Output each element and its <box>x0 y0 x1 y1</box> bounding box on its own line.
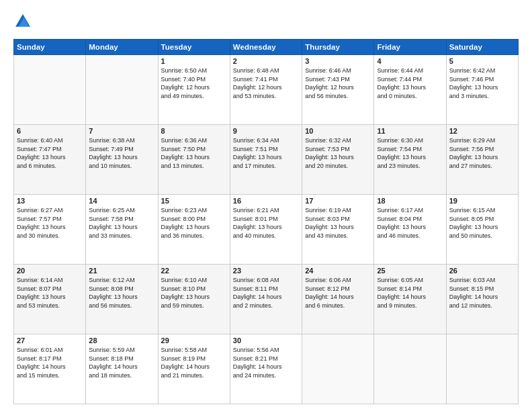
day-number: 20 <box>17 267 83 275</box>
day-info: Sunrise: 6:50 AM Sunset: 7:40 PM Dayligh… <box>161 66 227 100</box>
calendar-cell <box>86 55 158 125</box>
calendar-row-3: 20Sunrise: 6:14 AM Sunset: 8:07 PM Dayli… <box>14 265 519 334</box>
day-info: Sunrise: 6:08 AM Sunset: 8:11 PM Dayligh… <box>233 276 299 310</box>
day-info: Sunrise: 6:36 AM Sunset: 7:50 PM Dayligh… <box>161 136 227 170</box>
day-info: Sunrise: 6:12 AM Sunset: 8:08 PM Dayligh… <box>89 276 154 310</box>
calendar-cell: 29Sunrise: 5:58 AM Sunset: 8:19 PM Dayli… <box>158 334 230 404</box>
calendar: SundayMondayTuesdayWednesdayThursdayFrid… <box>13 39 519 404</box>
day-info: Sunrise: 6:42 AM Sunset: 7:46 PM Dayligh… <box>449 66 515 100</box>
logo-icon <box>13 12 32 31</box>
day-number: 6 <box>17 127 83 135</box>
day-info: Sunrise: 6:40 AM Sunset: 7:47 PM Dayligh… <box>17 136 83 170</box>
calendar-cell <box>14 55 86 125</box>
calendar-cell: 12Sunrise: 6:29 AM Sunset: 7:56 PM Dayli… <box>446 125 518 195</box>
page: SundayMondayTuesdayWednesdayThursdayFrid… <box>0 0 532 411</box>
calendar-cell: 1Sunrise: 6:50 AM Sunset: 7:40 PM Daylig… <box>158 55 230 125</box>
day-info: Sunrise: 6:23 AM Sunset: 8:00 PM Dayligh… <box>161 206 227 240</box>
calendar-cell: 24Sunrise: 6:06 AM Sunset: 8:12 PM Dayli… <box>302 265 374 334</box>
calendar-cell: 13Sunrise: 6:27 AM Sunset: 7:57 PM Dayli… <box>14 195 86 265</box>
calendar-cell: 22Sunrise: 6:10 AM Sunset: 8:10 PM Dayli… <box>158 265 230 334</box>
day-number: 22 <box>161 267 227 275</box>
weekday-header-tuesday: Tuesday <box>158 40 230 55</box>
calendar-cell: 21Sunrise: 6:12 AM Sunset: 8:08 PM Dayli… <box>86 265 158 334</box>
day-number: 15 <box>161 197 227 205</box>
day-number: 18 <box>377 197 443 205</box>
day-info: Sunrise: 6:27 AM Sunset: 7:57 PM Dayligh… <box>17 206 83 240</box>
calendar-cell: 16Sunrise: 6:21 AM Sunset: 8:01 PM Dayli… <box>230 195 302 265</box>
day-info: Sunrise: 6:34 AM Sunset: 7:51 PM Dayligh… <box>233 136 299 170</box>
day-number: 16 <box>233 197 299 205</box>
calendar-cell: 7Sunrise: 6:38 AM Sunset: 7:49 PM Daylig… <box>86 125 158 195</box>
logo <box>13 12 35 31</box>
day-info: Sunrise: 6:19 AM Sunset: 8:03 PM Dayligh… <box>305 206 371 240</box>
calendar-cell: 14Sunrise: 6:25 AM Sunset: 7:58 PM Dayli… <box>86 195 158 265</box>
day-info: Sunrise: 5:56 AM Sunset: 8:21 PM Dayligh… <box>233 346 299 379</box>
calendar-cell: 28Sunrise: 5:59 AM Sunset: 8:18 PM Dayli… <box>86 334 158 404</box>
day-info: Sunrise: 6:32 AM Sunset: 7:53 PM Dayligh… <box>305 136 371 170</box>
weekday-header-monday: Monday <box>86 40 158 55</box>
calendar-cell: 30Sunrise: 5:56 AM Sunset: 8:21 PM Dayli… <box>230 334 302 404</box>
calendar-cell: 3Sunrise: 6:46 AM Sunset: 7:43 PM Daylig… <box>302 55 374 125</box>
calendar-cell: 5Sunrise: 6:42 AM Sunset: 7:46 PM Daylig… <box>446 55 518 125</box>
day-number: 14 <box>89 197 154 205</box>
day-number: 9 <box>233 127 299 135</box>
day-number: 21 <box>89 267 154 275</box>
day-number: 29 <box>161 336 227 345</box>
weekday-header-row: SundayMondayTuesdayWednesdayThursdayFrid… <box>14 40 519 55</box>
calendar-row-4: 27Sunrise: 6:01 AM Sunset: 8:17 PM Dayli… <box>14 334 519 404</box>
calendar-cell: 25Sunrise: 6:05 AM Sunset: 8:14 PM Dayli… <box>374 265 446 334</box>
calendar-cell: 20Sunrise: 6:14 AM Sunset: 8:07 PM Dayli… <box>14 265 86 334</box>
calendar-cell: 4Sunrise: 6:44 AM Sunset: 7:44 PM Daylig… <box>374 55 446 125</box>
day-info: Sunrise: 6:21 AM Sunset: 8:01 PM Dayligh… <box>233 206 299 240</box>
day-info: Sunrise: 6:03 AM Sunset: 8:15 PM Dayligh… <box>449 276 515 310</box>
day-number: 10 <box>305 127 371 135</box>
day-number: 11 <box>377 127 443 135</box>
day-number: 27 <box>17 336 83 345</box>
day-number: 3 <box>305 57 371 65</box>
calendar-cell: 9Sunrise: 6:34 AM Sunset: 7:51 PM Daylig… <box>230 125 302 195</box>
day-number: 5 <box>449 57 515 65</box>
weekday-header-sunday: Sunday <box>14 40 86 55</box>
day-number: 4 <box>377 57 443 65</box>
day-number: 12 <box>449 127 515 135</box>
calendar-cell <box>302 334 374 404</box>
day-info: Sunrise: 6:15 AM Sunset: 8:05 PM Dayligh… <box>449 206 515 240</box>
day-info: Sunrise: 5:58 AM Sunset: 8:19 PM Dayligh… <box>161 346 227 379</box>
weekday-header-friday: Friday <box>374 40 446 55</box>
day-info: Sunrise: 6:48 AM Sunset: 7:41 PM Dayligh… <box>233 66 299 100</box>
day-info: Sunrise: 6:25 AM Sunset: 7:58 PM Dayligh… <box>89 206 154 240</box>
calendar-cell <box>446 334 518 404</box>
weekday-header-saturday: Saturday <box>446 40 518 55</box>
day-info: Sunrise: 6:29 AM Sunset: 7:56 PM Dayligh… <box>449 136 515 170</box>
day-number: 2 <box>233 57 299 65</box>
day-number: 7 <box>89 127 154 135</box>
calendar-cell: 2Sunrise: 6:48 AM Sunset: 7:41 PM Daylig… <box>230 55 302 125</box>
weekday-header-thursday: Thursday <box>302 40 374 55</box>
day-number: 1 <box>161 57 227 65</box>
day-info: Sunrise: 6:38 AM Sunset: 7:49 PM Dayligh… <box>89 136 154 170</box>
day-number: 25 <box>377 267 443 275</box>
calendar-cell: 17Sunrise: 6:19 AM Sunset: 8:03 PM Dayli… <box>302 195 374 265</box>
day-info: Sunrise: 6:17 AM Sunset: 8:04 PM Dayligh… <box>377 206 443 240</box>
calendar-cell <box>374 334 446 404</box>
calendar-cell: 11Sunrise: 6:30 AM Sunset: 7:54 PM Dayli… <box>374 125 446 195</box>
day-number: 24 <box>305 267 371 275</box>
calendar-cell: 18Sunrise: 6:17 AM Sunset: 8:04 PM Dayli… <box>374 195 446 265</box>
day-info: Sunrise: 6:05 AM Sunset: 8:14 PM Dayligh… <box>377 276 443 310</box>
calendar-cell: 26Sunrise: 6:03 AM Sunset: 8:15 PM Dayli… <box>446 265 518 334</box>
weekday-header-wednesday: Wednesday <box>230 40 302 55</box>
day-info: Sunrise: 6:44 AM Sunset: 7:44 PM Dayligh… <box>377 66 443 100</box>
day-number: 30 <box>233 336 299 345</box>
day-number: 19 <box>449 197 515 205</box>
calendar-cell: 10Sunrise: 6:32 AM Sunset: 7:53 PM Dayli… <box>302 125 374 195</box>
day-info: Sunrise: 5:59 AM Sunset: 8:18 PM Dayligh… <box>89 346 154 379</box>
calendar-cell: 19Sunrise: 6:15 AM Sunset: 8:05 PM Dayli… <box>446 195 518 265</box>
day-info: Sunrise: 6:10 AM Sunset: 8:10 PM Dayligh… <box>161 276 227 310</box>
calendar-cell: 8Sunrise: 6:36 AM Sunset: 7:50 PM Daylig… <box>158 125 230 195</box>
day-number: 17 <box>305 197 371 205</box>
calendar-row-1: 6Sunrise: 6:40 AM Sunset: 7:47 PM Daylig… <box>14 125 519 195</box>
day-info: Sunrise: 6:46 AM Sunset: 7:43 PM Dayligh… <box>305 66 371 100</box>
day-info: Sunrise: 6:14 AM Sunset: 8:07 PM Dayligh… <box>17 276 83 310</box>
calendar-cell: 27Sunrise: 6:01 AM Sunset: 8:17 PM Dayli… <box>14 334 86 404</box>
header <box>13 12 519 31</box>
